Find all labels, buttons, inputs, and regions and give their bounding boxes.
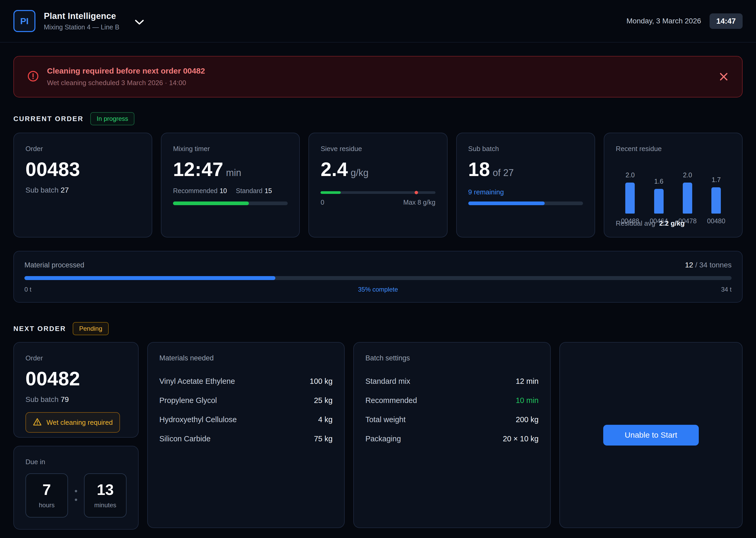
sieve-residue-label: Sieve residue	[320, 145, 435, 153]
recent-residue-card: Recent residue 2.0 1.6 2.0	[604, 133, 743, 238]
current-order-cards: Order 00483 Sub batch 27 Mixing timer 12…	[13, 133, 743, 238]
alert-text: Cleaning required before next order 0048…	[47, 67, 205, 87]
next-order-label: NEXT ORDER	[13, 325, 66, 333]
material-processed-progress	[24, 276, 732, 280]
material-processed-scale: 0 t 35% complete 34 t	[24, 286, 732, 293]
next-order-card: Order 00482 Sub batch 79	[13, 342, 139, 438]
next-order-sub-batch: Sub batch 79	[25, 395, 126, 404]
sub-batch-value: 18	[468, 160, 490, 179]
next-order-cards: Order 00482 Sub batch 79	[13, 342, 743, 530]
order-sub-batch: Sub batch 27	[25, 186, 140, 194]
hours-unit: hours	[39, 502, 55, 509]
sieve-residue-value: 2.4	[320, 160, 348, 179]
mixing-timer-unit: min	[226, 167, 241, 178]
sub-batch-remaining: 9 remaining	[468, 188, 583, 196]
chart-bar	[683, 183, 692, 214]
materials-needed-card: Materials needed Vinyl Acetate Ethylene …	[147, 342, 345, 528]
residual-avg: Residual avg 2.2 g/kg	[616, 219, 685, 228]
sub-batch-of: of 27	[493, 167, 514, 178]
chart-column: 1.7	[702, 176, 731, 214]
top-bar: PI Plant Intelligence Mixing Station 4 —…	[0, 0, 756, 42]
chevron-down-icon[interactable]	[135, 20, 144, 26]
setting-row: Standard mix 12 min	[365, 377, 539, 386]
chart-bar	[654, 189, 664, 214]
recent-residue-chart: 2.0 1.6 2.0 1.7	[616, 157, 731, 214]
material-row: Hydroxyethyl Cellulose 4 kg	[159, 415, 333, 424]
next-order-card-label: Order	[25, 354, 126, 362]
close-icon[interactable]	[719, 72, 729, 82]
scale-start: 0 t	[24, 286, 358, 293]
mixing-timer-progress	[173, 201, 288, 205]
minutes-box: 13 minutes	[84, 473, 126, 517]
chart-column: 1.6	[644, 178, 673, 214]
countdown: 7 hours 13 minutes	[25, 473, 126, 517]
plant-intelligence-dashboard: PI Plant Intelligence Mixing Station 4 —…	[0, 0, 756, 538]
recent-residue-label: Recent residue	[616, 145, 731, 153]
app-logo: PI	[13, 10, 35, 32]
materials-needed-label: Materials needed	[159, 354, 333, 362]
sub-batch-label: Sub batch	[468, 145, 583, 153]
minutes-value: 13	[97, 482, 114, 497]
sub-batch-progress	[468, 201, 583, 205]
chart-bar	[711, 187, 721, 214]
app-logo-text: PI	[20, 16, 28, 26]
next-order-number: 00482	[25, 369, 80, 389]
materials-list: Vinyl Acetate Ethylene 100 kg Propylene …	[159, 377, 333, 443]
next-order-header: NEXT ORDER Pending	[13, 322, 743, 335]
clock: 14:47	[710, 13, 743, 29]
minutes-unit: minutes	[94, 502, 116, 509]
mixing-timer-card: Mixing timer 12:47 min Recommended10 Sta…	[161, 133, 300, 238]
wet-cleaning-warning: Wet cleaning required	[25, 412, 120, 433]
hours-value: 7	[42, 482, 51, 497]
setting-row: Total weight 200 kg	[365, 415, 539, 424]
title-block: Plant Intelligence Mixing Station 4 — Li…	[44, 11, 119, 31]
page-title: Plant Intelligence	[44, 11, 119, 21]
hours-box: 7 hours	[25, 473, 68, 517]
start-action-card: Unable to Start	[559, 342, 743, 528]
order-card-label: Order	[25, 145, 140, 153]
material-processed-label: Material processed	[24, 261, 84, 269]
setting-row: Packaging 20 × 10 kg	[365, 435, 539, 443]
current-order-header: CURRENT ORDER In progress	[13, 112, 743, 125]
material-processed-total: 12 / 34 tonnes	[685, 261, 732, 269]
material-row: Propylene Glycol 25 kg	[159, 396, 333, 405]
percent-complete: 35% complete	[358, 286, 398, 293]
sieve-max-label: Max 8 g/kg	[403, 198, 435, 206]
sieve-residue-progress	[320, 191, 435, 194]
alert-subtitle: Wet cleaning scheduled 3 March 2026 · 14…	[47, 79, 205, 87]
chart-bar	[625, 183, 635, 214]
sieve-min-label: 0	[320, 198, 324, 206]
cleaning-alert-banner: Cleaning required before next order 0048…	[13, 56, 743, 97]
batch-settings-label: Batch settings	[365, 354, 539, 362]
header-right: Monday, 3 March 2026 14:47	[627, 13, 743, 29]
batch-settings-card: Batch settings Standard mix 12 min Recom…	[353, 342, 551, 528]
mixing-timer-value: 12:47	[173, 160, 223, 179]
station-subtitle: Mixing Station 4 — Line B	[44, 24, 119, 31]
alert-title: Cleaning required before next order 0048…	[47, 67, 205, 76]
unable-to-start-button[interactable]: Unable to Start	[603, 425, 699, 446]
material-row: Vinyl Acetate Ethylene 100 kg	[159, 377, 333, 386]
wet-cleaning-warning-text: Wet cleaning required	[46, 418, 113, 427]
setting-row: Recommended 10 min	[365, 396, 539, 405]
chart-column: 2.0	[673, 171, 702, 214]
current-date: Monday, 3 March 2026	[627, 17, 701, 25]
alert-circle-icon	[27, 70, 39, 83]
due-in-card: Due in 7 hours 13 minutes	[13, 446, 139, 530]
order-card: Order 00483 Sub batch 27	[13, 133, 152, 238]
colon-separator	[75, 490, 77, 501]
sub-batch-card: Sub batch 18 of 27 9 remaining	[456, 133, 595, 238]
sieve-residue-range: 0 Max 8 g/kg	[320, 198, 435, 206]
sieve-residue-card: Sieve residue 2.4 g/kg 0 Max 8 g/kg	[308, 133, 447, 238]
chart-column: 2.0	[616, 171, 644, 214]
current-order-label: CURRENT ORDER	[13, 115, 83, 123]
due-in-label: Due in	[25, 458, 126, 466]
status-badge-in-progress: In progress	[90, 112, 134, 125]
sieve-threshold-marker	[415, 191, 418, 194]
order-number: 00483	[25, 160, 80, 179]
material-row: Silicon Carbide 75 kg	[159, 435, 333, 443]
mixing-timer-label: Mixing timer	[173, 145, 288, 153]
status-badge-pending: Pending	[73, 322, 109, 335]
batch-settings-list: Standard mix 12 min Recommended 10 min T…	[365, 377, 539, 443]
scale-end: 34 t	[398, 286, 732, 293]
sieve-residue-unit: g/kg	[351, 167, 368, 178]
